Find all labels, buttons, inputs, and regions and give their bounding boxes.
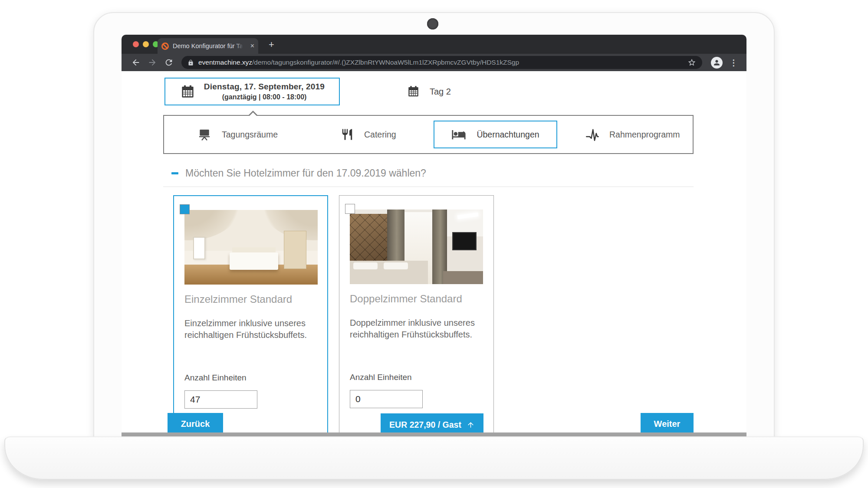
room-description: Einzelzimmer inklusive unseres reichhalt… bbox=[184, 318, 320, 341]
tab-rahmenprogramm[interactable]: Rahmenprogramm bbox=[586, 116, 680, 153]
price-per-guest-button[interactable]: EUR 227,90 / Gast bbox=[381, 413, 483, 432]
forward-icon[interactable] bbox=[148, 58, 157, 67]
tab-label: Übernachtungen bbox=[477, 130, 539, 140]
room-card-einzelzimmer[interactable]: Einzelzimmer Standard Einzelzimmer inklu… bbox=[173, 195, 328, 432]
next-button[interactable]: Weiter bbox=[641, 413, 694, 432]
room-description: Doppelzimmer inklusive unseres reichhalt… bbox=[350, 317, 485, 341]
bookmark-star-icon[interactable] bbox=[687, 58, 696, 67]
lock-icon bbox=[187, 59, 194, 66]
price-label: EUR 227,90 / Gast bbox=[389, 420, 461, 430]
room-photo-einzelzimmer bbox=[184, 210, 318, 285]
url-path: /demo/tagungskonfigurator/#/.()ZXZlbnRtY… bbox=[252, 59, 519, 66]
room-card-doppelzimmer[interactable]: Doppelzimmer Standard Doppelzimmer inklu… bbox=[339, 195, 494, 432]
site-favicon-icon bbox=[161, 43, 169, 50]
tab-catering[interactable]: Catering bbox=[341, 116, 396, 153]
section-divider bbox=[163, 187, 694, 187]
tab-tagungsraeume[interactable]: Tagungsräume bbox=[197, 116, 278, 153]
section-navbar: Tagungsräume Catering Übernachtungen bbox=[163, 115, 694, 154]
question-text: Möchten Sie Hotelzimmer für den 17.09.20… bbox=[185, 167, 426, 179]
room-checkbox-unchecked[interactable] bbox=[345, 204, 355, 214]
pulse-icon bbox=[586, 128, 599, 141]
question-row[interactable]: Möchten Sie Hotelzimmer für den 17.09.20… bbox=[171, 167, 426, 179]
page-content: Dienstag, 17. September, 2019 (ganztägig… bbox=[122, 71, 746, 432]
arrow-up-icon bbox=[467, 421, 475, 429]
presentation-board-icon bbox=[197, 128, 211, 141]
back-icon[interactable] bbox=[131, 58, 141, 67]
fork-knife-icon bbox=[341, 128, 354, 141]
profile-avatar-icon[interactable] bbox=[711, 57, 723, 69]
collapse-minus-icon[interactable] bbox=[171, 172, 178, 174]
browser-menu-icon[interactable]: ⋮ bbox=[730, 58, 738, 68]
day-tab-selected[interactable]: Dienstag, 17. September, 2019 (ganztägig… bbox=[164, 78, 340, 105]
quantity-input[interactable] bbox=[350, 390, 423, 408]
minimize-window-button[interactable] bbox=[143, 41, 149, 47]
day-tab-label: Tag 2 bbox=[430, 87, 451, 97]
tab-label: Rahmenprogramm bbox=[609, 130, 680, 140]
quantity-input[interactable] bbox=[184, 390, 257, 409]
laptop-camera bbox=[427, 18, 438, 29]
quantity-label: Anzahl Einheiten bbox=[350, 373, 412, 382]
laptop-mockup: Demo Konfigurator für Tagunge × + bbox=[0, 0, 868, 488]
room-title: Einzelzimmer Standard bbox=[184, 293, 292, 305]
tab-label: Tagungsräume bbox=[222, 130, 278, 140]
reload-icon[interactable] bbox=[164, 58, 174, 67]
browser-tab[interactable]: Demo Konfigurator für Tagunge × bbox=[158, 38, 258, 54]
room-photo-doppelzimmer bbox=[350, 210, 483, 284]
calendar-icon bbox=[180, 84, 196, 99]
day-tab-time: (ganztägig | 08:00 - 18:00) bbox=[196, 93, 333, 101]
address-bar[interactable]: eventmachine.xyz/demo/tagungskonfigurato… bbox=[181, 56, 702, 69]
window-controls[interactable] bbox=[133, 41, 159, 47]
calendar-icon bbox=[407, 85, 420, 98]
tab-title: Demo Konfigurator für Tagunge bbox=[173, 43, 242, 49]
laptop-base bbox=[4, 436, 864, 480]
url-text: eventmachine.xyz/demo/tagungskonfigurato… bbox=[198, 59, 519, 66]
browser-tab-bar: Demo Konfigurator für Tagunge × + bbox=[122, 35, 746, 54]
quantity-label: Anzahl Einheiten bbox=[184, 373, 247, 383]
bed-icon bbox=[451, 127, 466, 142]
room-checkbox-checked[interactable] bbox=[180, 204, 190, 214]
day-tab-2[interactable]: Tag 2 bbox=[407, 78, 451, 105]
url-domain: eventmachine.xyz bbox=[198, 59, 252, 66]
back-button[interactable]: Zurück bbox=[168, 413, 223, 432]
tab-uebernachtungen-selected[interactable]: Übernachtungen bbox=[434, 121, 557, 148]
tab-title-fade bbox=[235, 38, 246, 54]
browser-toolbar: eventmachine.xyz/demo/tagungskonfigurato… bbox=[122, 54, 746, 71]
tab-label: Catering bbox=[364, 130, 396, 140]
laptop-screen: Demo Konfigurator für Tagunge × + bbox=[93, 12, 775, 439]
tab-close-icon[interactable]: × bbox=[250, 43, 254, 49]
room-title: Doppelzimmer Standard bbox=[350, 293, 462, 305]
new-tab-button[interactable]: + bbox=[269, 39, 274, 50]
day-tab-date: Dienstag, 17. September, 2019 bbox=[196, 82, 333, 92]
browser-window: Demo Konfigurator für Tagunge × + bbox=[122, 35, 746, 439]
day-tab-text: Dienstag, 17. September, 2019 (ganztägig… bbox=[196, 82, 339, 101]
close-window-button[interactable] bbox=[133, 41, 139, 47]
